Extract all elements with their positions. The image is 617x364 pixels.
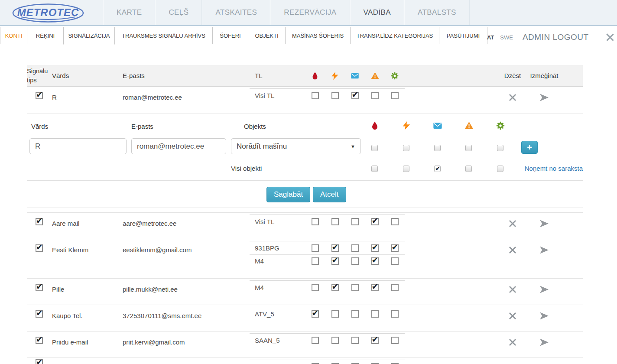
save-button[interactable]: Saglabāt [266,187,310,202]
envelope-checkbox[interactable] [351,284,359,291]
signal-type-checkbox[interactable] [36,244,43,252]
subnav-tab-transp-kategorijas[interactable]: TRANSP.LĪDZ KATEGORIJAS [350,27,439,44]
warning-checkbox[interactable] [465,166,472,172]
gear-checkbox[interactable] [391,284,399,291]
signal-type-checkbox[interactable] [36,92,43,99]
warning-checkbox[interactable] [465,145,472,151]
lightning-checkbox[interactable] [331,337,339,344]
email-input[interactable] [131,138,226,154]
delete-icon[interactable] [507,284,518,295]
blood-drop-checkbox[interactable] [312,244,319,252]
envelope-checkbox[interactable] [351,257,359,265]
subnav-tab-signalizacija[interactable]: SIGNĀLIZĀCIJA [63,27,115,45]
nav-tab-rezervacija[interactable]: REZERVĀCIJA [270,0,350,25]
name-input[interactable] [29,138,127,154]
subnav-tab-trauksmes-arhivs[interactable]: TRAUKSMES SIGNĀLU ARHĪVS [114,27,213,44]
blood-drop-checkbox[interactable] [371,145,378,151]
gear-icon [385,72,405,80]
blood-drop-checkbox[interactable] [312,310,319,318]
nav-tab-karte[interactable]: KARTE [103,0,155,25]
warning-checkbox[interactable] [371,337,379,344]
target-label: Visi TL [250,92,305,99]
recipient-name: Pille [52,279,123,293]
signal-type-checkbox[interactable] [36,359,43,364]
delete-icon[interactable] [507,218,518,229]
envelope-checkbox[interactable] [351,92,359,99]
blood-drop-checkbox[interactable] [312,218,319,225]
gear-icon [496,121,505,130]
send-test-icon[interactable] [539,92,550,103]
lightning-checkbox[interactable] [331,257,339,265]
delete-icon[interactable] [507,245,518,255]
add-object-button[interactable]: + [521,141,538,154]
nav-tab-atskaites[interactable]: ATSKAITES [202,0,270,25]
envelope-checkbox[interactable] [351,218,359,225]
recipient-name: Priidu e-mail [52,332,123,346]
blood-drop-checkbox[interactable] [312,257,319,265]
subnav-tab-masinas-soferis[interactable]: MAŠĪNAS ŠOFERIS [285,27,351,44]
chevron-down-icon: ▼ [351,144,355,149]
blood-drop-checkbox[interactable] [312,284,319,291]
gear-checkbox[interactable] [391,337,399,344]
gear-checkbox[interactable] [391,257,399,265]
cancel-button[interactable]: Atcelt [313,187,346,202]
signal-type-checkbox[interactable] [36,218,43,225]
send-test-icon[interactable] [539,245,550,255]
nav-tab-atbalsts[interactable]: ATBALSTS [404,0,470,25]
gear-checkbox[interactable] [391,218,399,225]
remove-from-list-link[interactable]: Noņemt no saraksta [521,165,583,172]
envelope-checkbox[interactable] [351,244,359,252]
warning-checkbox[interactable] [371,257,379,265]
envelope-checkbox[interactable] [351,310,359,318]
warning-checkbox[interactable] [371,218,379,225]
send-test-icon[interactable] [539,284,550,295]
subnav-tab-soferi[interactable]: ŠOFERI [212,27,248,44]
all-objects-label: Visi objekti [231,165,262,172]
signal-type-checkbox[interactable] [36,337,43,344]
warning-checkbox[interactable] [371,284,379,291]
lightning-checkbox[interactable] [331,310,339,318]
blood-drop-icon [370,121,380,130]
nav-tab-cels[interactable]: CEĻŠ [155,0,202,25]
warning-checkbox[interactable] [371,92,379,99]
metrotec-logo[interactable]: METROTEC [11,3,85,25]
delete-icon[interactable] [507,92,518,103]
send-test-icon[interactable] [539,311,550,321]
gear-checkbox[interactable] [391,92,399,99]
close-icon[interactable] [604,32,616,43]
gear-checkbox[interactable] [391,244,399,252]
gear-checkbox[interactable] [497,166,503,172]
envelope-checkbox[interactable] [434,145,441,151]
targets-subtable: Visi TL [250,214,405,228]
gear-checkbox[interactable] [391,310,399,318]
envelope-checkbox[interactable] [434,166,441,172]
blood-drop-checkbox[interactable] [371,166,378,172]
lightning-checkbox[interactable] [331,284,339,291]
lang-swe-link[interactable]: SWE [500,34,513,41]
send-test-icon[interactable] [539,218,550,229]
delete-icon[interactable] [507,337,518,348]
lightning-checkbox[interactable] [403,145,409,151]
warning-checkbox[interactable] [371,244,379,252]
envelope-checkbox[interactable] [351,337,359,344]
send-test-icon[interactable] [539,337,550,348]
lightning-checkbox[interactable] [331,92,339,99]
lightning-checkbox[interactable] [331,244,339,252]
blood-drop-checkbox[interactable] [312,337,319,344]
signal-type-checkbox[interactable] [36,284,43,291]
lightning-checkbox[interactable] [403,166,409,172]
subnav-tab-objekti[interactable]: OBJEKTI [248,27,286,44]
lightning-icon [402,121,411,130]
subnav-tab-rekini[interactable]: RĒĶINI [27,27,64,44]
object-select[interactable]: Norādīt mašīnu ▼ [231,138,361,154]
nav-tab-vadiba[interactable]: VADĪBA [350,0,405,25]
warning-checkbox[interactable] [371,310,379,318]
lightning-checkbox[interactable] [331,218,339,225]
blood-drop-checkbox[interactable] [312,92,319,99]
subnav-tab-konti[interactable]: KONTI [0,27,27,44]
subnav-tab-pasutijumi[interactable]: PASŪTIJUMI [439,27,487,44]
signal-type-checkbox[interactable] [36,310,43,318]
delete-icon[interactable] [507,311,518,321]
admin-logout-link[interactable]: ADMIN LOGOUT [523,32,589,42]
gear-checkbox[interactable] [497,145,503,151]
